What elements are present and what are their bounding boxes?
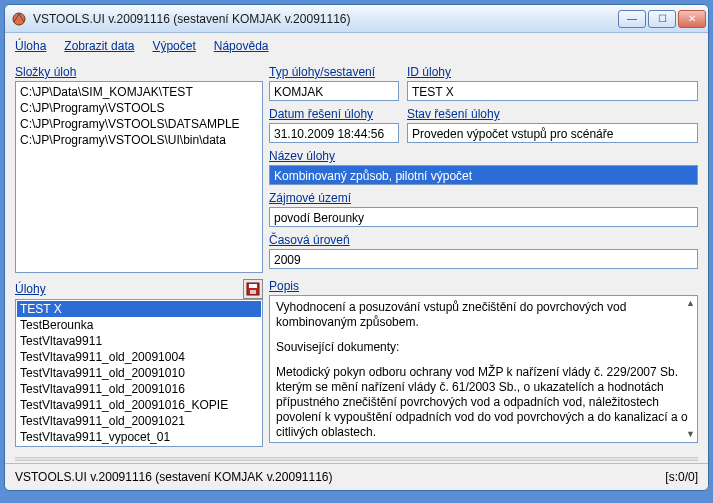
maximize-button[interactable]: ☐ [648,10,676,28]
desc-paragraph: Vyhodnocení a posuzování vstupů znečiště… [276,300,691,330]
list-item[interactable]: TestVltava9911_old_20091016 [17,381,261,397]
area-label: Zájmové území [269,191,698,205]
menu-help[interactable]: Nápověda [214,39,269,53]
list-item[interactable]: C:\JP\Data\SIM_KOMJAK\TEST [18,84,260,100]
window-title: VSTOOLS.UI v.20091116 (sestavení KOMJAK … [33,12,618,26]
desc-paragraph: Související dokumenty: [276,340,691,355]
floppy-icon [246,282,260,296]
left-column: Složky úloh C:\JP\Data\SIM_KOMJAK\TEST C… [15,63,263,447]
list-item[interactable]: TestVltava9911 [17,333,261,349]
date-field[interactable]: 31.10.2009 18:44:56 [269,123,399,143]
window-buttons: — ☐ ✕ [618,10,706,28]
menu-calc[interactable]: Výpočet [152,39,195,53]
list-item[interactable]: TestVltava9911_old_20091021 [17,413,261,429]
app-window: VSTOOLS.UI v.20091116 (sestavení KOMJAK … [4,4,709,491]
list-item[interactable]: C:\JP\Programy\VSTOOLS [18,100,260,116]
menu-task[interactable]: Úloha [15,39,46,53]
tasks-listbox[interactable]: TEST X TestBerounka TestVltava9911 TestV… [15,299,263,447]
svg-rect-2 [249,284,257,288]
tasks-label: Úlohy [15,282,46,296]
state-field[interactable]: Proveden výpočet vstupů pro scénáře [407,123,698,143]
taskid-label: ID úlohy [407,65,698,79]
timelevel-field[interactable]: 2009 [269,249,698,269]
minimize-button[interactable]: — [618,10,646,28]
svg-rect-3 [250,290,256,294]
name-field[interactable]: Kombinovaný způsob, pilotní výpočet [269,165,698,185]
list-item[interactable]: TestVltava9911_old_20091016_KOPIE [17,397,261,413]
save-button[interactable] [243,279,263,299]
list-item[interactable]: TEST X [17,301,261,317]
list-item[interactable]: TestBerounka [17,317,261,333]
state-label: Stav řešení úlohy [407,107,698,121]
tasks-header: Úlohy [15,279,263,299]
timelevel-label: Časová úroveň [269,233,698,247]
date-label: Datum řešení úlohy [269,107,399,121]
tasktype-field[interactable]: KOMJAK [269,81,399,101]
folders-label: Složky úloh [15,65,263,79]
status-text: VSTOOLS.UI v.20091116 (sestavení KOMJAK … [15,470,665,484]
scroll-down-icon[interactable]: ▼ [686,430,695,439]
taskid-field[interactable]: TEST X [407,81,698,101]
statusbar: VSTOOLS.UI v.20091116 (sestavení KOMJAK … [5,463,708,490]
desc-paragraph: Metodický pokyn odboru ochrany vod MŽP k… [276,365,691,440]
menu-showdata[interactable]: Zobrazit data [64,39,134,53]
app-icon [11,11,27,27]
desc-label: Popis [269,279,698,293]
list-item[interactable]: TestVltava9911_old_20091010 [17,365,261,381]
titlebar[interactable]: VSTOOLS.UI v.20091116 (sestavení KOMJAK … [5,5,708,33]
list-item[interactable]: TestVltava9911_old_20091004 [17,349,261,365]
list-item[interactable]: C:\JP\Programy\VSTOOLS\DATSAMPLE [18,116,260,132]
menubar: Úloha Zobrazit data Výpočet Nápověda [5,33,708,59]
list-item[interactable]: C:\JP\Programy\VSTOOLS\UI\bin\data [18,132,260,148]
folders-listbox[interactable]: C:\JP\Data\SIM_KOMJAK\TEST C:\JP\Program… [15,81,263,273]
status-counter: [s:0/0] [665,470,698,484]
separator [15,457,698,461]
content: Složky úloh C:\JP\Data\SIM_KOMJAK\TEST C… [5,59,708,455]
area-field[interactable]: povodí Berounky [269,207,698,227]
close-button[interactable]: ✕ [678,10,706,28]
tasktype-label: Typ úlohy/sestavení [269,65,399,79]
name-label: Název úlohy [269,149,698,163]
desc-textarea[interactable]: ▲ ▼ Vyhodnocení a posuzování vstupů zneč… [269,295,698,443]
list-item[interactable]: TestVltava9911_vypocet_01 [17,429,261,445]
scroll-up-icon[interactable]: ▲ [686,299,695,308]
right-column: Typ úlohy/sestavení KOMJAK ID úlohy TEST… [269,63,698,447]
